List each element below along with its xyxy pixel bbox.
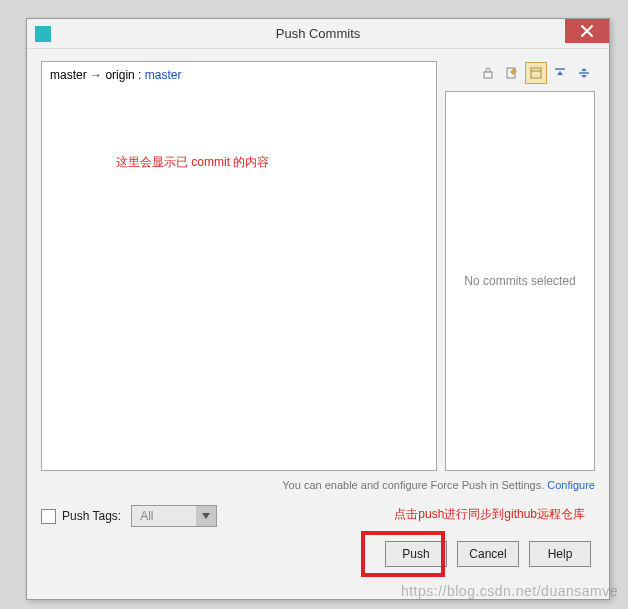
edit-icon (505, 66, 519, 80)
annotation-left: 这里会显示已 commit 的内容 (116, 154, 269, 171)
no-commits-label: No commits selected (464, 274, 575, 288)
chevron-down-icon (202, 513, 210, 519)
push-tags-checkbox[interactable] (41, 509, 56, 524)
expand-toolbar-button[interactable] (525, 62, 547, 84)
expand-icon (529, 66, 543, 80)
push-tags-label: Push Tags: (62, 509, 121, 523)
main-area: master → origin : master 这里会显示已 commit 的… (41, 61, 595, 471)
remote-name: origin (105, 68, 134, 82)
close-icon (580, 24, 594, 38)
lock-icon (481, 66, 495, 80)
push-tags-combo[interactable]: All (131, 505, 217, 527)
collapse-icon (553, 66, 567, 80)
buttons-row: Push Cancel Help (41, 541, 595, 567)
lock-toolbar-button[interactable] (477, 62, 499, 84)
help-button[interactable]: Help (529, 541, 591, 567)
edit-toolbar-button[interactable] (501, 62, 523, 84)
colon: : (135, 68, 145, 82)
details-panel: No commits selected (445, 61, 595, 471)
branch-line[interactable]: master → origin : master (50, 68, 428, 82)
group-toolbar-button[interactable] (573, 62, 595, 84)
annotation-bottom: 点击push进行同步到github远程仓库 (394, 506, 585, 523)
combo-arrow (196, 506, 216, 526)
options-row: Push Tags: All 点击push进行同步到github远程仓库 (41, 505, 595, 527)
titlebar[interactable]: Push Commits (27, 19, 609, 49)
configure-link[interactable]: Configure (547, 479, 595, 491)
arrow-icon: → (90, 68, 102, 82)
commits-tree-panel[interactable]: master → origin : master 这里会显示已 commit 的… (41, 61, 437, 471)
hint-text: You can enable and configure Force Push … (282, 479, 547, 491)
push-button[interactable]: Push (385, 541, 447, 567)
remote-branch: master (145, 68, 182, 82)
close-button[interactable] (565, 19, 609, 43)
force-push-hint: You can enable and configure Force Push … (41, 479, 595, 491)
push-tags-option: Push Tags: All (41, 505, 217, 527)
svg-rect-2 (531, 68, 541, 78)
commit-details-box: No commits selected (445, 91, 595, 471)
collapse-toolbar-button[interactable] (549, 62, 571, 84)
window-title: Push Commits (27, 26, 609, 41)
group-icon (577, 66, 591, 80)
local-branch: master (50, 68, 87, 82)
svg-rect-0 (484, 72, 492, 78)
cancel-button[interactable]: Cancel (457, 541, 519, 567)
push-commits-dialog: Push Commits master → origin : master 这里… (26, 18, 610, 600)
watermark: https://blog.csdn.net/duansamve (401, 583, 618, 599)
push-tags-value: All (132, 509, 196, 523)
details-toolbar (445, 61, 595, 85)
dialog-content: master → origin : master 这里会显示已 commit 的… (27, 49, 609, 577)
